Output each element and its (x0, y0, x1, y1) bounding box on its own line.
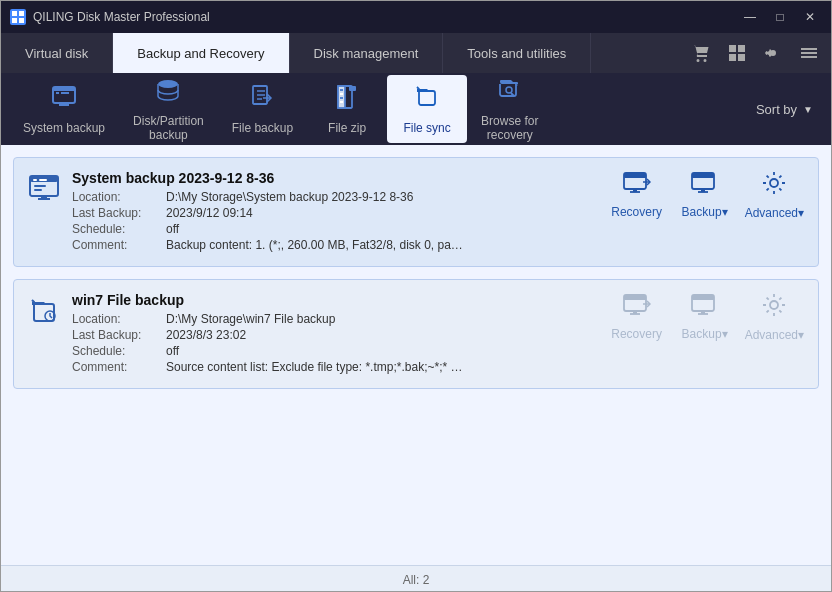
backup-icon-1 (691, 171, 719, 201)
tab-backup-recovery[interactable]: Backup and Recovery (113, 33, 289, 73)
backup-icon-2 (691, 293, 719, 323)
subtab-file-sync-label: File sync (403, 121, 450, 135)
svg-rect-51 (633, 311, 637, 314)
tab-virtual-disk[interactable]: Virtual disk (1, 33, 113, 73)
advanced-icon-1 (761, 170, 787, 202)
title-bar: QILING Disk Master Professional — □ ✕ (1, 1, 831, 33)
svg-rect-36 (34, 189, 42, 191)
subtab-system-backup[interactable]: System backup (9, 75, 119, 143)
svg-point-46 (770, 179, 778, 187)
advanced-label-2: Advanced▾ (745, 328, 804, 342)
advanced-label-1: Advanced▾ (745, 206, 804, 220)
minimize-button[interactable]: — (737, 7, 763, 27)
backup-button-1[interactable]: Backup▾ (677, 171, 733, 219)
app-icon (9, 8, 27, 26)
svg-rect-56 (701, 311, 705, 314)
card-system-location: Location: D:\My Storage\System backup 20… (72, 190, 593, 204)
header-icons (679, 33, 831, 73)
recovery-button-1[interactable]: Recovery (609, 171, 665, 219)
backup-card-win7: win7 File backup Location: D:\My Storage… (13, 279, 819, 389)
svg-rect-5 (729, 45, 736, 52)
card-win7-title: win7 File backup (72, 292, 593, 308)
svg-rect-17 (61, 103, 67, 105)
advanced-button-1[interactable]: Advanced▾ (745, 170, 804, 220)
menu-icon[interactable] (795, 39, 823, 67)
svg-rect-7 (729, 54, 736, 61)
grid-icon[interactable] (723, 39, 751, 67)
sort-by-chevron: ▼ (803, 104, 813, 115)
subtab-file-sync[interactable]: File sync (387, 75, 467, 143)
svg-rect-54 (692, 295, 714, 300)
gear-icon[interactable] (759, 39, 787, 67)
sort-by-button[interactable]: Sort by ▼ (724, 95, 823, 123)
close-button[interactable]: ✕ (797, 7, 823, 27)
subtab-disk-partition-backup[interactable]: Disk/Partition backup (119, 75, 218, 143)
svg-rect-6 (738, 45, 745, 52)
svg-rect-2 (19, 11, 24, 16)
svg-rect-25 (340, 93, 343, 95)
card-system-info: System backup 2023-9-12 8-36 Location: D… (72, 170, 593, 254)
main-tab-bar: Virtual disk Backup and Recovery Disk ma… (1, 33, 831, 73)
status-bar: All: 2 (1, 565, 831, 592)
card-win7-icon (28, 294, 60, 333)
svg-point-18 (158, 80, 178, 88)
subtab-file-backup[interactable]: File backup (218, 75, 307, 143)
svg-rect-24 (340, 89, 343, 91)
card-win7-lastbackup: Last Backup: 2023/8/3 23:02 (72, 328, 593, 342)
window-controls: — □ ✕ (737, 7, 823, 27)
cart-icon[interactable] (687, 39, 715, 67)
svg-rect-15 (61, 92, 69, 94)
svg-rect-28 (349, 86, 356, 91)
advanced-icon-2 (761, 292, 787, 324)
card-system-actions: Recovery Backup▾ (609, 170, 804, 220)
subtab-disk-partition-label: Disk/Partition backup (133, 114, 204, 143)
browse-recovery-icon (496, 76, 524, 110)
tab-tools-utilities[interactable]: Tools and utilities (443, 33, 591, 73)
svg-rect-34 (41, 196, 47, 199)
recovery-icon-1 (623, 171, 651, 201)
advanced-button-2[interactable]: Advanced▾ (745, 292, 804, 342)
card-win7-info: win7 File backup Location: D:\My Storage… (72, 292, 593, 376)
sub-tab-bar: System backup Disk/Partition backup File… (1, 73, 831, 145)
status-text: All: 2 (403, 573, 430, 587)
subtab-system-backup-label: System backup (23, 121, 105, 135)
file-backup-icon (248, 83, 276, 117)
svg-rect-4 (19, 18, 24, 23)
svg-rect-1 (12, 11, 17, 16)
system-backup-icon (50, 83, 78, 117)
backup-button-2[interactable]: Backup▾ (677, 293, 733, 341)
card-win7-actions: Recovery Backup▾ (609, 292, 804, 342)
svg-rect-45 (701, 189, 705, 192)
sort-by-label: Sort by (756, 102, 797, 117)
svg-rect-11 (801, 56, 817, 58)
card-win7-comment: Comment: Source content list: Exclude fi… (72, 360, 593, 374)
svg-rect-10 (801, 52, 817, 54)
recovery-button-2[interactable]: Recovery (609, 293, 665, 341)
backup-label-2: Backup▾ (682, 327, 728, 341)
tab-disk-management[interactable]: Disk management (290, 33, 444, 73)
svg-rect-9 (801, 48, 817, 50)
svg-rect-13 (53, 87, 75, 91)
svg-rect-32 (39, 179, 47, 181)
file-sync-icon (413, 83, 441, 117)
card-system-schedule: Schedule: off (72, 222, 593, 236)
backup-list: System backup 2023-9-12 8-36 Location: D… (1, 145, 831, 565)
recovery-icon-2 (623, 293, 651, 323)
subtab-browse-recovery[interactable]: Browse for recovery (467, 75, 552, 143)
svg-rect-38 (624, 173, 646, 178)
svg-rect-14 (56, 92, 59, 94)
maximize-button[interactable]: □ (767, 7, 793, 27)
file-zip-icon (333, 83, 361, 117)
subtab-browse-recovery-label: Browse for recovery (481, 114, 538, 143)
card-system-comment: Comment: Backup content: 1. (*;, 260.00 … (72, 238, 593, 252)
svg-rect-35 (34, 185, 46, 187)
svg-rect-49 (624, 295, 646, 300)
svg-rect-26 (340, 97, 343, 99)
subtab-file-backup-label: File backup (232, 121, 293, 135)
subtab-file-zip[interactable]: File zip (307, 75, 387, 143)
svg-rect-40 (633, 189, 637, 192)
recovery-label-1: Recovery (611, 205, 662, 219)
app-title: QILING Disk Master Professional (33, 10, 737, 24)
disk-partition-icon (154, 76, 182, 110)
card-system-lastbackup: Last Backup: 2023/9/12 09:14 (72, 206, 593, 220)
